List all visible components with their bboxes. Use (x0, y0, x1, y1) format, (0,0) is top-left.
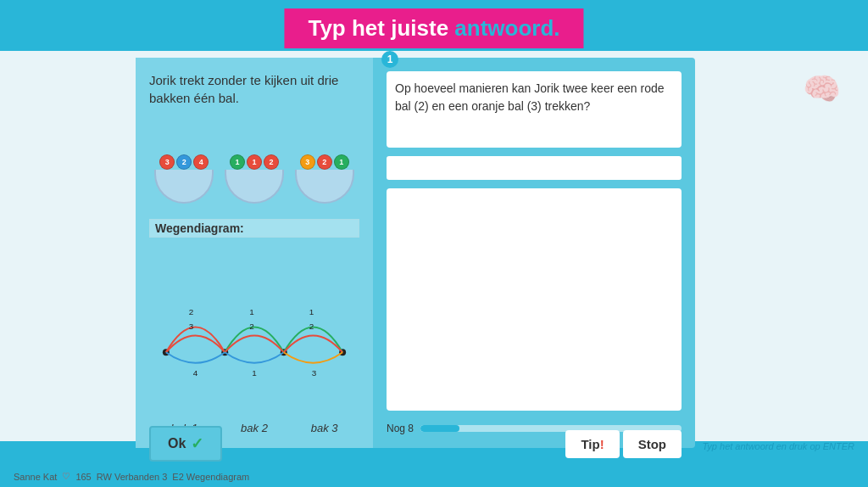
svg-text:1: 1 (249, 307, 254, 316)
ball-b2: 2 (176, 154, 192, 170)
hearts-count: 165 (75, 472, 91, 482)
svg-text:3: 3 (312, 368, 317, 378)
enter-notice: Typ het antwoord en druk op ENTER (702, 441, 854, 451)
bowls-area: 3 2 4 1 1 2 (149, 127, 359, 204)
balls-bowl-3: 3 2 1 (300, 154, 349, 170)
question-box: Op hoeveel manieren kan Jorik twee keer … (387, 71, 682, 148)
svg-text:1: 1 (309, 307, 314, 316)
tip-exclamation: ! (600, 437, 604, 451)
balls-bowl-2: 1 1 2 (230, 154, 279, 170)
bottom-bar: Ok ✓ Tip! Stop (136, 426, 695, 462)
ball-g1: 1 (230, 154, 245, 170)
lesson-name: E2 Wegendiagram (172, 472, 249, 482)
user-name: Sanne Kat (14, 472, 57, 482)
svg-text:2: 2 (249, 322, 254, 331)
answer-input[interactable] (387, 156, 682, 180)
diagram-section: Wegendiagram: 2 3 4 (149, 219, 359, 434)
ball-r2: 2 (264, 154, 279, 170)
heart-icon: ♡ (62, 471, 70, 482)
tip-button[interactable]: Tip! (565, 430, 619, 458)
diagram-label: Wegendiagram: (149, 219, 359, 238)
ball-r3: 3 (159, 154, 175, 170)
stop-label: Stop (638, 437, 666, 451)
bowl-shape-2: 1 1 2 (225, 170, 284, 204)
ok-button[interactable]: Ok ✓ (149, 426, 222, 462)
footer: Sanne Kat ♡ 165 RW Verbanden 3 E2 Wegend… (0, 471, 868, 482)
title-text: Typ het juiste antwoord. (308, 15, 559, 41)
bowl-2: 1 1 2 (225, 170, 284, 204)
question-text: Op hoeveel manieren kan Jorik twee keer … (395, 80, 673, 115)
svg-text:3: 3 (189, 322, 194, 331)
bowl-shape-1: 3 2 4 (154, 170, 214, 204)
title-banner: Typ het juiste antwoord. (284, 8, 583, 48)
footer-left: Sanne Kat ♡ 165 RW Verbanden 3 E2 Wegend… (14, 471, 249, 482)
ball-r2b: 2 (317, 154, 332, 170)
course-name: RW Verbanden 3 (97, 472, 168, 482)
right-panel: 1 Op hoeveel manieren kan Jorik twee kee… (373, 58, 695, 448)
ok-check-icon: ✓ (191, 434, 203, 453)
bowl-1: 3 2 4 (154, 170, 214, 204)
svg-text:2: 2 (189, 307, 194, 316)
problem-text: Jorik trekt zonder te kijken uit drie ba… (149, 71, 359, 107)
ball-o3: 3 (300, 154, 315, 170)
ball-r1: 1 (247, 154, 262, 170)
diagram-canvas: 2 3 4 1 2 1 (149, 243, 359, 420)
title-part1: Typ het juiste (308, 15, 454, 41)
left-panel: Jorik trekt zonder te kijken uit drie ba… (136, 58, 373, 448)
bowl-shape-3: 3 2 1 (295, 170, 354, 204)
balls-bowl-1: 3 2 4 (159, 154, 209, 170)
stop-button[interactable]: Stop (623, 430, 682, 458)
svg-text:2: 2 (309, 322, 314, 331)
brain-icon: 🧠 (800, 68, 843, 110)
ok-label: Ok (168, 436, 186, 451)
title-part2: antwoord. (454, 15, 559, 41)
ball-r4: 4 (193, 154, 209, 170)
diagram-svg: 2 3 4 1 2 1 (149, 243, 359, 420)
ball-g1b: 1 (334, 154, 349, 170)
svg-text:1: 1 (252, 368, 257, 378)
question-number: 1 (381, 51, 398, 68)
tip-label: Tip (581, 437, 599, 451)
action-buttons: Tip! Stop (565, 430, 682, 458)
hint-box (387, 188, 682, 411)
svg-text:4: 4 (193, 368, 198, 378)
bowl-3: 3 2 1 (295, 170, 354, 204)
main-card: Jorik trekt zonder te kijken uit drie ba… (136, 58, 695, 448)
